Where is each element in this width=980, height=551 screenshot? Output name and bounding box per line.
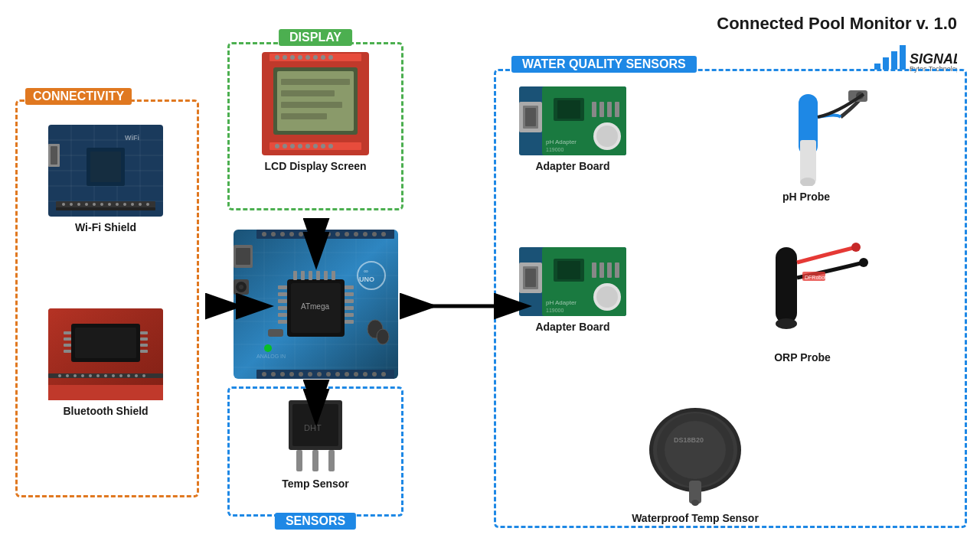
waterproof-temp-sensor-image: DS18B20 [626, 400, 764, 507]
svg-rect-99 [592, 102, 596, 117]
svg-rect-57 [140, 331, 148, 334]
svg-point-182 [262, 232, 266, 236]
svg-text:119000: 119000 [546, 147, 564, 152]
svg-point-23 [70, 203, 73, 206]
svg-rect-176 [332, 271, 335, 280]
ph-probe-label: pH Probe [782, 191, 830, 203]
ph-probe-image [741, 86, 871, 186]
svg-point-203 [317, 372, 322, 377]
svg-point-124 [596, 286, 618, 308]
ph-probe-component: pH Probe [741, 86, 871, 203]
svg-point-192 [354, 232, 358, 236]
adapter-board-2-label: Adapter Board [535, 321, 609, 333]
lcd-display-component: LCD Display Screen [262, 52, 369, 172]
svg-text:pH Adapter: pH Adapter [546, 139, 577, 145]
svg-rect-165 [345, 285, 354, 289]
svg-point-30 [123, 203, 126, 206]
svg-text:WiFi: WiFi [125, 134, 139, 142]
svg-point-31 [131, 203, 134, 206]
svg-point-205 [335, 372, 340, 377]
orp-probe-component: DFRobot ORP Probe [733, 240, 871, 364]
svg-text:∞: ∞ [364, 268, 368, 275]
svg-rect-175 [324, 271, 328, 280]
adapter-board-1-label: Adapter Board [535, 160, 609, 172]
svg-point-43 [96, 374, 100, 377]
svg-point-33 [146, 203, 149, 206]
logo-area: SIGNAL Bytes Technology [873, 42, 957, 73]
svg-point-38 [58, 374, 61, 377]
display-label: DISPLAY [279, 29, 352, 46]
sensors-box: SENSORS DHT Temp Sensor [227, 386, 403, 517]
svg-rect-161 [278, 299, 287, 303]
svg-point-68 [313, 55, 318, 60]
wifi-shield-component: WiFi Wi-Fi Shield [48, 125, 163, 233]
orp-probe-image: DFRobot [733, 240, 871, 347]
page-title: Connected Pool Monitor v. 1.0 [717, 14, 957, 34]
svg-rect-172 [301, 271, 305, 280]
svg-rect-115 [525, 269, 536, 287]
lcd-display-label: LCD Display Screen [264, 160, 366, 172]
svg-rect-60 [140, 350, 148, 353]
svg-rect-167 [345, 299, 354, 303]
svg-rect-160 [278, 292, 287, 296]
svg-rect-53 [64, 331, 71, 334]
svg-text:ATmega: ATmega [301, 302, 329, 311]
svg-rect-58 [140, 337, 148, 341]
svg-point-214 [264, 344, 272, 352]
svg-rect-168 [345, 306, 354, 310]
svg-point-24 [77, 203, 80, 206]
svg-point-190 [335, 232, 340, 236]
connectivity-box: CONNECTIVITY [15, 99, 199, 497]
svg-point-186 [299, 232, 303, 236]
wifi-shield-label: Wi-Fi Shield [75, 221, 136, 233]
svg-point-45 [112, 374, 115, 377]
temp-sensor-image: DHT [277, 396, 354, 473]
svg-point-206 [345, 372, 349, 377]
svg-point-78 [275, 144, 279, 148]
svg-rect-166 [345, 292, 354, 296]
svg-point-26 [93, 203, 96, 206]
svg-rect-169 [345, 313, 354, 317]
svg-point-42 [89, 374, 92, 377]
svg-rect-1 [883, 57, 889, 70]
svg-point-49 [142, 374, 145, 377]
svg-rect-89 [296, 450, 302, 471]
adapter-board-2-image: pH Adapter 119000 [519, 247, 626, 316]
svg-point-184 [280, 232, 285, 236]
arduino-component: ATmega ∞ UNO [234, 230, 398, 379]
svg-point-198 [271, 372, 276, 377]
svg-rect-54 [64, 337, 71, 341]
svg-point-83 [313, 144, 318, 148]
svg-rect-163 [278, 313, 287, 317]
svg-rect-164 [278, 320, 287, 324]
svg-text:DFRobot: DFRobot [805, 275, 826, 280]
svg-rect-76 [281, 113, 327, 119]
svg-rect-90 [312, 450, 318, 471]
svg-point-63 [275, 55, 279, 60]
svg-point-79 [283, 144, 287, 148]
svg-point-27 [100, 203, 103, 206]
svg-point-69 [321, 55, 325, 60]
sensors-label: SENSORS [275, 513, 356, 530]
svg-rect-74 [281, 90, 335, 96]
wifi-shield-image: WiFi [48, 125, 163, 217]
svg-rect-100 [599, 102, 604, 117]
waterproof-temp-sensor-label: Waterproof Temp Sensor [632, 512, 759, 524]
svg-point-210 [381, 372, 386, 377]
bluetooth-shield-label: Bluetooth Shield [63, 405, 148, 417]
adapter-board-2-component: pH Adapter 119000 Adapter Board [519, 247, 626, 333]
svg-point-28 [108, 203, 111, 206]
waterproof-temp-sensor-component: DS18B20 Waterproof Temp Sensor [626, 400, 764, 524]
svg-point-44 [104, 374, 107, 377]
svg-point-40 [74, 374, 77, 377]
svg-point-187 [308, 232, 312, 236]
svg-point-67 [305, 55, 310, 60]
svg-rect-122 [615, 262, 619, 278]
svg-point-41 [81, 374, 84, 377]
svg-point-156 [239, 285, 243, 289]
svg-point-47 [127, 374, 130, 377]
svg-point-195 [381, 232, 386, 236]
svg-rect-102 [615, 102, 619, 117]
svg-point-66 [298, 55, 302, 60]
svg-text:DHT: DHT [304, 423, 322, 432]
